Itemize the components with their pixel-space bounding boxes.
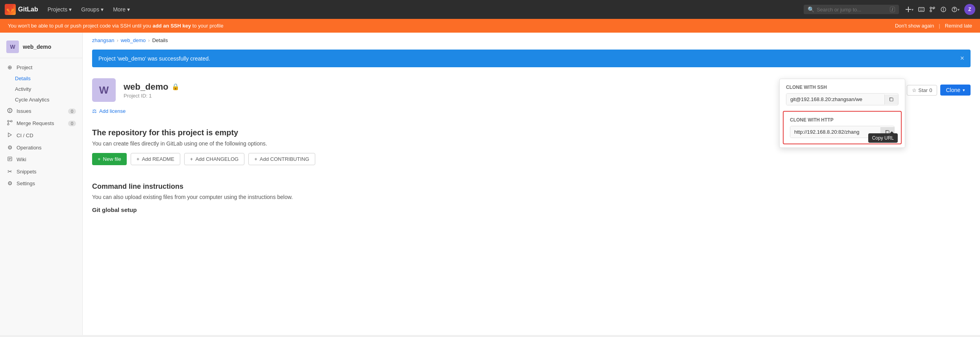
app-logo[interactable]: GitLab	[5, 4, 38, 15]
svg-point-7	[7, 120, 9, 122]
clone-dropdown: Clone with SSH Clone with HTTP Copy URL	[779, 79, 905, 148]
issues-sidebar-icon	[6, 108, 13, 114]
operations-icon: ⚙	[6, 144, 13, 151]
snippets-label: Snippets	[17, 169, 37, 175]
ssh-banner-message: You won't be able to pull or push projec…	[8, 23, 224, 29]
keyboard-shortcuts-icon[interactable]	[918, 6, 925, 13]
sidebar-item-wiki[interactable]: Wiki	[0, 153, 82, 166]
sidebar-project-label: Project	[17, 64, 32, 70]
svg-rect-0	[919, 7, 924, 11]
project-icon: ⊕	[6, 64, 13, 70]
settings-label: Settings	[17, 180, 35, 186]
settings-icon: ⚙	[6, 180, 13, 186]
sidebar-project-name: web_demo	[23, 44, 51, 50]
navbar-projects[interactable]: Projects	[44, 5, 75, 14]
gitlab-fox-icon	[5, 4, 16, 15]
project-lock-icon: 🔒	[172, 83, 179, 90]
clone-ssh-copy-btn[interactable]	[884, 94, 898, 105]
sidebar-item-ci-cd[interactable]: CI / CD	[0, 129, 82, 142]
sidebar-item-activity[interactable]: Activity	[0, 84, 82, 94]
projects-chevron	[69, 6, 72, 13]
sidebar: W web_demo ⊕ Project Details Activity Cy…	[0, 33, 83, 335]
add-readme-btn[interactable]: + Add README	[131, 153, 180, 165]
wiki-icon	[6, 156, 13, 163]
breadcrumb-sep-2: ›	[148, 37, 150, 43]
svg-marker-10	[8, 133, 11, 137]
dont-show-again-btn[interactable]: Don't show again	[895, 23, 934, 29]
sidebar-item-settings[interactable]: ⚙ Settings	[0, 177, 82, 189]
issues-icon[interactable]	[940, 6, 947, 13]
search-icon: 🔍	[808, 6, 814, 13]
add-ssh-key-link[interactable]: add an SSH key	[153, 23, 191, 29]
sidebar-project-header: W web_demo	[0, 37, 82, 58]
changelog-icon: +	[190, 156, 193, 162]
merge-requests-label: Merge Requests	[17, 120, 54, 126]
readme-icon: +	[137, 156, 140, 162]
clone-ssh-input[interactable]	[786, 94, 884, 105]
sidebar-item-cycle-analytics[interactable]: Cycle Analytics	[0, 94, 82, 105]
clone-btn[interactable]: Clone ▾	[940, 85, 971, 96]
sidebar-item-snippets[interactable]: ✂ Snippets	[0, 166, 82, 177]
sidebar-item-merge-requests[interactable]: Merge Requests 0	[0, 117, 82, 129]
new-resource-icon[interactable]: ▾	[905, 6, 913, 13]
add-contributing-btn[interactable]: + Add CONTRIBUTING	[248, 153, 315, 165]
star-btn[interactable]: ☆ Star 0	[907, 85, 937, 96]
clone-chevron: ▾	[963, 88, 965, 93]
breadcrumb-web-demo[interactable]: web_demo	[121, 37, 146, 43]
git-setup-heading: Git global setup	[92, 206, 971, 213]
ssh-warning-banner: You won't be able to pull or push projec…	[0, 19, 980, 33]
issues-badge: 0	[68, 109, 76, 114]
instructions-section: Command line instructions You can also u…	[83, 173, 980, 226]
action-buttons: + New file + Add README + Add CHANGELOG …	[92, 153, 971, 165]
star-count: 0	[929, 87, 932, 93]
groups-chevron	[101, 6, 104, 13]
wiki-label: Wiki	[17, 157, 26, 162]
alert-close-btn[interactable]: ×	[960, 54, 964, 63]
plus-file-icon: +	[98, 156, 101, 162]
navbar-groups[interactable]: Groups	[78, 5, 107, 14]
main-layout: W web_demo ⊕ Project Details Activity Cy…	[0, 33, 980, 335]
merge-requests-icon	[6, 120, 13, 127]
search-input[interactable]	[817, 7, 888, 13]
star-icon: ☆	[912, 87, 917, 93]
project-name: web_demo	[124, 82, 168, 92]
app-name-label: GitLab	[18, 6, 38, 13]
star-label: Star	[918, 87, 928, 93]
merge-request-icon[interactable]	[929, 6, 936, 13]
sidebar-item-details[interactable]: Details	[0, 73, 82, 84]
svg-point-2	[930, 10, 932, 12]
clone-http-title: Clone with HTTP	[790, 117, 895, 123]
sidebar-item-issues[interactable]: Issues 0	[0, 105, 82, 117]
copy-url-tooltip: Copy URL	[868, 133, 898, 143]
clone-ssh-title: Clone with SSH	[786, 85, 899, 90]
snippets-icon: ✂	[6, 168, 13, 175]
search-box[interactable]: 🔍 /	[804, 5, 899, 14]
more-chevron	[127, 6, 130, 13]
sidebar-project-icon: W	[6, 41, 19, 53]
sidebar-item-project[interactable]: ⊕ Project	[0, 61, 82, 73]
ssh-banner-actions: Don't show again | Remind late	[895, 23, 972, 29]
new-file-btn[interactable]: + New file	[92, 153, 127, 165]
svg-point-1	[930, 7, 932, 9]
user-avatar[interactable]: Z	[964, 4, 975, 15]
breadcrumb-sep-1: ›	[116, 37, 118, 43]
alert-message: Project 'web_demo' was successfully crea…	[98, 55, 210, 62]
breadcrumb-zhangsan[interactable]: zhangsan	[92, 37, 114, 43]
contributing-icon: +	[254, 156, 257, 162]
breadcrumb: zhangsan › web_demo › Details	[83, 33, 980, 46]
project-info: web_demo 🔒 Project ID: 1	[124, 82, 876, 99]
main-content: zhangsan › web_demo › Details Project 'w…	[83, 33, 980, 335]
clone-http-input[interactable]	[790, 126, 880, 138]
help-icon[interactable]: ▾	[951, 6, 960, 13]
add-changelog-btn[interactable]: + Add CHANGELOG	[184, 153, 244, 165]
ci-cd-label: CI / CD	[17, 133, 33, 138]
sidebar-item-operations[interactable]: ⚙ Operations	[0, 142, 82, 153]
clone-label: Clone	[946, 87, 960, 93]
clone-http-section: Clone with HTTP Copy URL	[783, 111, 902, 144]
svg-point-9	[11, 120, 12, 122]
navbar-more[interactable]: More	[110, 5, 133, 14]
remind-later-btn[interactable]: Remind late	[945, 23, 972, 29]
instructions-heading: Command line instructions	[92, 182, 971, 191]
merge-requests-badge: 0	[68, 121, 76, 126]
ci-cd-icon	[6, 132, 13, 139]
